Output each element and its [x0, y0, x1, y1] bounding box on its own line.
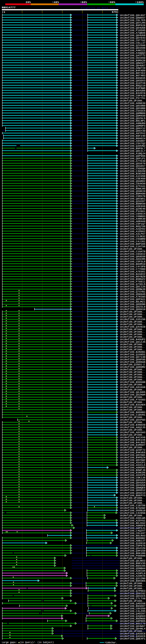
svg-text:|1: |1	[2, 10, 5, 14]
svg-text:20%: 20%	[26, 1, 31, 4]
svg-text:BB914777: BB914777	[2, 6, 15, 9]
svg-text:~100%: ~100%	[135, 1, 144, 4]
svg-text:UniRef100_Q8EXF1: UniRef100_Q8EXF1	[120, 637, 145, 640]
svg-text:~60%: ~60%	[80, 1, 87, 4]
svg-text:579|: 579|	[112, 10, 119, 14]
svg-text:Large gaps: ▲(in Query)/- (in: Large gaps: ▲(in Query)/- (in Subject)	[2, 641, 54, 644]
svg-text:~40%: ~40%	[52, 1, 59, 4]
svg-text:~80%: ~80%	[108, 1, 116, 4]
svg-text:AlignView.pm Beta rel.7: AlignView.pm Beta rel.7	[81, 7, 118, 9]
svg-text:=100char.: =100char.	[105, 642, 117, 644]
